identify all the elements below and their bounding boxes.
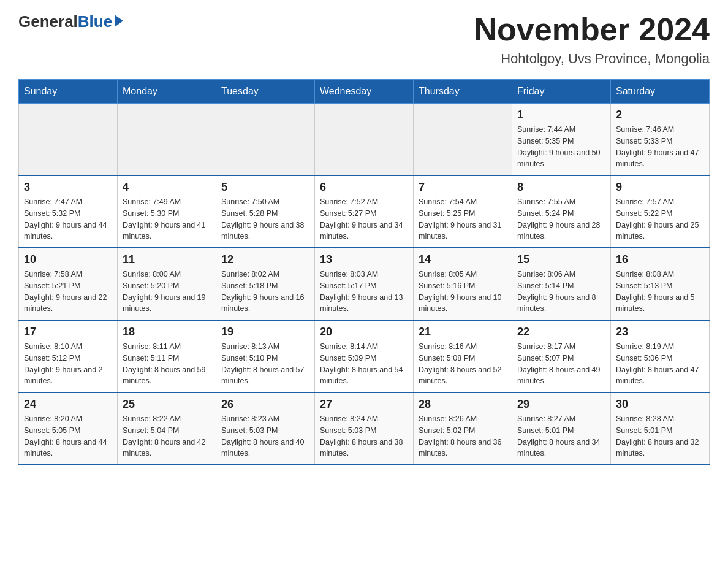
calendar-cell: 21Sunrise: 8:16 AM Sunset: 5:08 PM Dayli… — [414, 320, 512, 393]
logo-triangle-icon — [115, 15, 123, 27]
day-number: 26 — [221, 398, 309, 411]
calendar-cell: 18Sunrise: 8:11 AM Sunset: 5:11 PM Dayli… — [118, 320, 216, 393]
weekday-header-monday: Monday — [118, 80, 216, 104]
calendar-cell: 30Sunrise: 8:28 AM Sunset: 5:01 PM Dayli… — [611, 393, 710, 465]
day-info: Sunrise: 8:28 AM Sunset: 5:01 PM Dayligh… — [616, 413, 704, 459]
day-info: Sunrise: 7:57 AM Sunset: 5:22 PM Dayligh… — [616, 196, 704, 242]
day-number: 24 — [24, 398, 112, 411]
day-info: Sunrise: 8:20 AM Sunset: 5:05 PM Dayligh… — [24, 413, 112, 459]
calendar-table: SundayMondayTuesdayWednesdayThursdayFrid… — [18, 79, 710, 465]
calendar-cell: 7Sunrise: 7:54 AM Sunset: 5:25 PM Daylig… — [414, 175, 512, 248]
day-number: 13 — [320, 253, 408, 266]
header: General Blue November 2024 Hohtolgoy, Uv… — [18, 12, 710, 67]
day-number: 11 — [123, 253, 211, 266]
calendar-cell: 2Sunrise: 7:46 AM Sunset: 5:33 PM Daylig… — [611, 104, 710, 176]
day-info: Sunrise: 8:17 AM Sunset: 5:07 PM Dayligh… — [517, 341, 605, 387]
calendar-cell: 16Sunrise: 8:08 AM Sunset: 5:13 PM Dayli… — [611, 248, 710, 320]
calendar-cell: 3Sunrise: 7:47 AM Sunset: 5:32 PM Daylig… — [19, 175, 118, 248]
day-number: 16 — [616, 253, 704, 266]
logo-blue-text: Blue — [78, 12, 112, 31]
day-number: 28 — [419, 398, 507, 411]
day-number: 21 — [419, 326, 507, 339]
calendar-cell: 24Sunrise: 8:20 AM Sunset: 5:05 PM Dayli… — [19, 393, 118, 465]
calendar-week-4: 17Sunrise: 8:10 AM Sunset: 5:12 PM Dayli… — [19, 320, 710, 393]
logo-general-text: General — [18, 12, 78, 31]
day-info: Sunrise: 8:24 AM Sunset: 5:03 PM Dayligh… — [320, 413, 408, 459]
day-info: Sunrise: 8:10 AM Sunset: 5:12 PM Dayligh… — [24, 341, 112, 387]
day-number: 3 — [24, 181, 112, 194]
day-info: Sunrise: 8:13 AM Sunset: 5:10 PM Dayligh… — [221, 341, 309, 387]
calendar-cell: 14Sunrise: 8:05 AM Sunset: 5:16 PM Dayli… — [414, 248, 512, 320]
day-number: 29 — [517, 398, 605, 411]
calendar-cell — [216, 104, 315, 176]
day-info: Sunrise: 8:19 AM Sunset: 5:06 PM Dayligh… — [616, 341, 704, 387]
calendar-cell: 20Sunrise: 8:14 AM Sunset: 5:09 PM Dayli… — [315, 320, 414, 393]
day-info: Sunrise: 8:00 AM Sunset: 5:20 PM Dayligh… — [123, 269, 211, 315]
calendar-cell: 23Sunrise: 8:19 AM Sunset: 5:06 PM Dayli… — [611, 320, 710, 393]
day-number: 2 — [616, 109, 704, 121]
calendar-header: SundayMondayTuesdayWednesdayThursdayFrid… — [19, 80, 710, 104]
weekday-header-friday: Friday — [512, 80, 611, 104]
calendar-cell — [118, 104, 216, 176]
day-number: 25 — [123, 398, 211, 411]
day-number: 1 — [517, 109, 605, 121]
day-number: 4 — [123, 181, 211, 194]
calendar-cell: 6Sunrise: 7:52 AM Sunset: 5:27 PM Daylig… — [315, 175, 414, 248]
calendar-cell: 28Sunrise: 8:26 AM Sunset: 5:02 PM Dayli… — [414, 393, 512, 465]
day-info: Sunrise: 8:14 AM Sunset: 5:09 PM Dayligh… — [320, 341, 408, 387]
weekday-header-row: SundayMondayTuesdayWednesdayThursdayFrid… — [19, 80, 710, 104]
calendar-cell: 11Sunrise: 8:00 AM Sunset: 5:20 PM Dayli… — [118, 248, 216, 320]
day-info: Sunrise: 7:58 AM Sunset: 5:21 PM Dayligh… — [24, 269, 112, 315]
day-number: 6 — [320, 181, 408, 194]
calendar-cell: 17Sunrise: 8:10 AM Sunset: 5:12 PM Dayli… — [19, 320, 118, 393]
day-info: Sunrise: 8:11 AM Sunset: 5:11 PM Dayligh… — [123, 341, 211, 387]
calendar-cell: 25Sunrise: 8:22 AM Sunset: 5:04 PM Dayli… — [118, 393, 216, 465]
day-number: 30 — [616, 398, 704, 411]
calendar-cell: 26Sunrise: 8:23 AM Sunset: 5:03 PM Dayli… — [216, 393, 315, 465]
calendar-cell: 13Sunrise: 8:03 AM Sunset: 5:17 PM Dayli… — [315, 248, 414, 320]
day-number: 20 — [320, 326, 408, 339]
day-info: Sunrise: 7:52 AM Sunset: 5:27 PM Dayligh… — [320, 196, 408, 242]
weekday-header-tuesday: Tuesday — [216, 80, 315, 104]
calendar-cell: 22Sunrise: 8:17 AM Sunset: 5:07 PM Dayli… — [512, 320, 611, 393]
day-info: Sunrise: 8:03 AM Sunset: 5:17 PM Dayligh… — [320, 269, 408, 315]
calendar-week-3: 10Sunrise: 7:58 AM Sunset: 5:21 PM Dayli… — [19, 248, 710, 320]
location-subtitle: Hohtolgoy, Uvs Province, Mongolia — [474, 51, 710, 67]
day-info: Sunrise: 8:26 AM Sunset: 5:02 PM Dayligh… — [419, 413, 507, 459]
month-title: November 2024 — [474, 12, 710, 47]
day-info: Sunrise: 8:06 AM Sunset: 5:14 PM Dayligh… — [517, 269, 605, 315]
calendar-week-2: 3Sunrise: 7:47 AM Sunset: 5:32 PM Daylig… — [19, 175, 710, 248]
day-number: 8 — [517, 181, 605, 194]
day-info: Sunrise: 7:49 AM Sunset: 5:30 PM Dayligh… — [123, 196, 211, 242]
day-info: Sunrise: 8:05 AM Sunset: 5:16 PM Dayligh… — [419, 269, 507, 315]
day-number: 10 — [24, 253, 112, 266]
calendar-week-5: 24Sunrise: 8:20 AM Sunset: 5:05 PM Dayli… — [19, 393, 710, 465]
calendar-cell: 5Sunrise: 7:50 AM Sunset: 5:28 PM Daylig… — [216, 175, 315, 248]
day-info: Sunrise: 7:47 AM Sunset: 5:32 PM Dayligh… — [24, 196, 112, 242]
weekday-header-wednesday: Wednesday — [315, 80, 414, 104]
day-number: 23 — [616, 326, 704, 339]
day-number: 18 — [123, 326, 211, 339]
weekday-header-sunday: Sunday — [19, 80, 118, 104]
day-info: Sunrise: 8:16 AM Sunset: 5:08 PM Dayligh… — [419, 341, 507, 387]
calendar-cell — [414, 104, 512, 176]
calendar-cell: 10Sunrise: 7:58 AM Sunset: 5:21 PM Dayli… — [19, 248, 118, 320]
calendar-cell: 9Sunrise: 7:57 AM Sunset: 5:22 PM Daylig… — [611, 175, 710, 248]
day-info: Sunrise: 7:54 AM Sunset: 5:25 PM Dayligh… — [419, 196, 507, 242]
weekday-header-thursday: Thursday — [414, 80, 512, 104]
calendar-cell: 8Sunrise: 7:55 AM Sunset: 5:24 PM Daylig… — [512, 175, 611, 248]
calendar-cell — [19, 104, 118, 176]
calendar-cell: 15Sunrise: 8:06 AM Sunset: 5:14 PM Dayli… — [512, 248, 611, 320]
logo: General Blue — [18, 12, 123, 31]
calendar-cell: 1Sunrise: 7:44 AM Sunset: 5:35 PM Daylig… — [512, 104, 611, 176]
day-info: Sunrise: 7:46 AM Sunset: 5:33 PM Dayligh… — [616, 124, 704, 170]
day-info: Sunrise: 8:23 AM Sunset: 5:03 PM Dayligh… — [221, 413, 309, 459]
day-number: 15 — [517, 253, 605, 266]
day-info: Sunrise: 8:02 AM Sunset: 5:18 PM Dayligh… — [221, 269, 309, 315]
calendar-cell: 12Sunrise: 8:02 AM Sunset: 5:18 PM Dayli… — [216, 248, 315, 320]
calendar-body: 1Sunrise: 7:44 AM Sunset: 5:35 PM Daylig… — [19, 104, 710, 465]
day-number: 17 — [24, 326, 112, 339]
day-info: Sunrise: 8:08 AM Sunset: 5:13 PM Dayligh… — [616, 269, 704, 315]
day-number: 5 — [221, 181, 309, 194]
day-number: 7 — [419, 181, 507, 194]
